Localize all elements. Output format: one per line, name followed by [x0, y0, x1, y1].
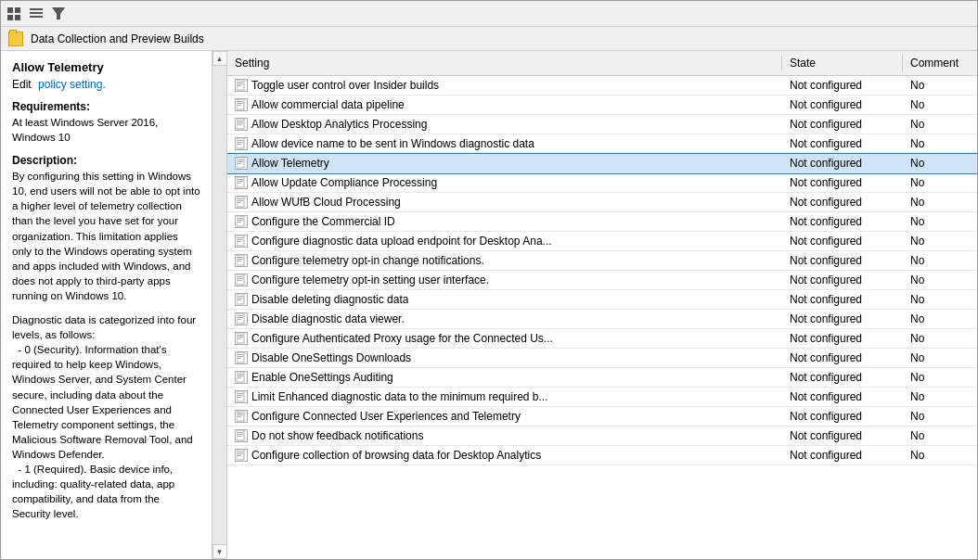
comment-cell: No [903, 349, 977, 367]
setting-cell: Configure the Commercial ID [227, 212, 782, 231]
svg-rect-21 [238, 140, 243, 141]
requirements-section: Requirements: At least Windows Server 20… [12, 100, 200, 145]
setting-name: Toggle user control over Insider builds [251, 79, 439, 92]
table-row[interactable]: Do not show feedback notificationsNot co… [227, 426, 977, 446]
setting-icon [235, 235, 248, 248]
table-row[interactable]: Allow Update Compliance ProcessingNot co… [227, 173, 977, 193]
setting-cell: Allow device name to be sent in Windows … [227, 134, 782, 153]
toolbar-icon-list[interactable] [27, 5, 45, 23]
svg-marker-7 [52, 7, 65, 19]
table-row[interactable]: Configure Connected User Experiences and… [227, 407, 977, 426]
svg-rect-15 [238, 105, 241, 106]
setting-cell: Limit Enhanced diagnostic data to the mi… [227, 388, 782, 406]
setting-cell: Allow Telemetry [227, 154, 782, 172]
table-row[interactable]: Allow Desktop Analytics ProcessingNot co… [227, 115, 977, 134]
svg-rect-54 [238, 298, 243, 299]
setting-icon [235, 312, 248, 325]
svg-rect-22 [238, 142, 243, 143]
table-row[interactable]: Limit Enhanced diagnostic data to the mi… [227, 388, 977, 407]
setting-name: Disable deleting diagnostic data [251, 293, 408, 306]
setting-cell: Allow Update Compliance Processing [227, 173, 782, 192]
setting-icon [235, 332, 248, 345]
setting-icon [235, 98, 248, 111]
comment-cell: No [903, 426, 977, 445]
svg-rect-1 [15, 7, 20, 13]
svg-rect-62 [238, 337, 243, 337]
table-row[interactable]: Allow commercial data pipelineNot config… [227, 95, 977, 115]
setting-name: Configure Authenticated Proxy usage for … [251, 332, 553, 345]
svg-rect-68 [237, 372, 244, 382]
scroll-track[interactable] [212, 66, 226, 544]
state-cell: Not configured [782, 173, 903, 192]
table-row[interactable]: Disable diagnostic data viewer.Not confi… [227, 310, 977, 329]
svg-rect-79 [238, 416, 241, 417]
table-row[interactable]: Enable OneSettings AuditingNot configure… [227, 368, 977, 388]
svg-rect-36 [237, 216, 244, 226]
setting-cell: Disable OneSettings Downloads [227, 349, 782, 367]
left-panel: Allow Telemetry Edit policy setting. Req… [1, 51, 212, 559]
svg-rect-18 [238, 122, 243, 123]
table-row[interactable]: Configure Authenticated Proxy usage for … [227, 329, 977, 349]
table-row[interactable]: Toggle user control over Insider buildsN… [227, 76, 977, 95]
svg-rect-19 [238, 124, 241, 125]
setting-cell: Configure Authenticated Proxy usage for … [227, 329, 782, 348]
table-row[interactable]: Disable OneSettings DownloadsNot configu… [227, 349, 977, 368]
state-cell: Not configured [782, 95, 903, 114]
svg-rect-78 [238, 414, 243, 415]
state-cell: Not configured [782, 290, 903, 309]
setting-icon [235, 157, 248, 170]
svg-rect-66 [238, 356, 243, 357]
scroll-down-arrow[interactable]: ▼ [212, 544, 227, 559]
state-cell: Not configured [782, 407, 903, 426]
svg-rect-20 [237, 138, 244, 148]
setting-cell: Configure collection of browsing data fo… [227, 446, 782, 465]
comment-cell: No [903, 329, 977, 348]
table-row[interactable]: Allow device name to be sent in Windows … [227, 134, 977, 154]
setting-name: Allow device name to be sent in Windows … [251, 137, 534, 150]
toolbar-icon-filter[interactable] [49, 5, 68, 23]
setting-name: Allow commercial data pipeline [251, 98, 405, 111]
table-row[interactable]: Allow TelemetryNot configuredNo [227, 154, 977, 173]
svg-rect-55 [238, 299, 241, 300]
svg-rect-73 [238, 393, 243, 394]
svg-rect-51 [238, 280, 241, 281]
table-row[interactable]: Allow WUfB Cloud ProcessingNot configure… [227, 193, 977, 212]
svg-rect-60 [237, 333, 244, 343]
state-cell: Not configured [782, 271, 903, 289]
comment-cell: No [903, 95, 977, 114]
table-row[interactable]: Configure diagnostic data upload endpoin… [227, 232, 977, 251]
svg-rect-59 [238, 319, 241, 320]
description-section: Description: By configuring this setting… [12, 154, 200, 303]
left-panel-scrollbar[interactable]: ▲ ▼ [212, 51, 227, 559]
svg-rect-50 [238, 278, 243, 279]
diagnostic-text: Diagnostic data is categorized into four… [12, 312, 200, 521]
svg-rect-87 [238, 455, 241, 456]
svg-rect-69 [238, 374, 243, 375]
svg-rect-34 [238, 200, 243, 201]
setting-name: Allow WUfB Cloud Processing [251, 196, 401, 209]
policy-setting-link[interactable]: policy setting. [38, 78, 106, 91]
setting-name: Configure diagnostic data upload endpoin… [251, 235, 552, 248]
table-row[interactable]: Disable deleting diagnostic dataNot conf… [227, 290, 977, 310]
state-cell: Not configured [782, 329, 903, 348]
comment-cell: No [903, 115, 977, 134]
right-panel: Setting State Comment Toggle user contro… [227, 51, 977, 559]
setting-name: Configure the Commercial ID [251, 215, 395, 228]
svg-rect-5 [30, 12, 43, 14]
header-state: State [782, 55, 903, 71]
table-row[interactable]: Configure telemetry opt-in change notifi… [227, 251, 977, 271]
svg-rect-3 [15, 15, 20, 20]
setting-icon [235, 410, 248, 423]
setting-cell: Configure telemetry opt-in setting user … [227, 271, 782, 289]
table-row[interactable]: Configure telemetry opt-in setting user … [227, 271, 977, 290]
scroll-up-arrow[interactable]: ▲ [212, 51, 227, 66]
comment-cell: No [903, 290, 977, 309]
setting-cell: Configure telemetry opt-in change notifi… [227, 251, 782, 270]
setting-icon [235, 449, 248, 462]
svg-rect-47 [238, 261, 241, 261]
state-cell: Not configured [782, 193, 903, 211]
svg-rect-70 [238, 375, 243, 376]
toolbar-icon-grid[interactable] [5, 5, 23, 23]
table-row[interactable]: Configure the Commercial IDNot configure… [227, 212, 977, 232]
table-row[interactable]: Configure collection of browsing data fo… [227, 446, 977, 465]
